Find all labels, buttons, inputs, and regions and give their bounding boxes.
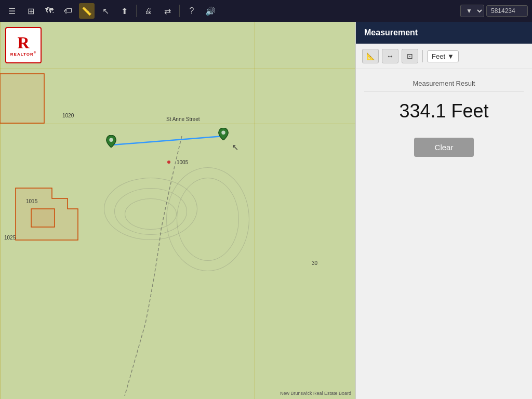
map-icon[interactable]: 🗺	[42, 3, 57, 19]
cursor-icon[interactable]: ↖	[98, 3, 113, 19]
tag-icon[interactable]: 🏷	[60, 3, 76, 19]
help-icon[interactable]: ?	[184, 3, 200, 19]
toolbar-separator-2	[179, 5, 180, 17]
search-input[interactable]	[486, 5, 528, 17]
unit-selector[interactable]: Feet ▼	[427, 50, 459, 62]
map-area[interactable]: 30 St Anne Street 1020 1005 1015 1025 ↖ …	[0, 22, 355, 399]
pin-marker-start	[106, 135, 116, 148]
area-measure-button[interactable]: 📐	[362, 49, 379, 63]
unit-label: Feet	[432, 52, 445, 60]
toolbar-separator-1	[136, 5, 137, 17]
coordinate-button[interactable]: ⊡	[402, 49, 418, 63]
toolbar-dropdown[interactable]: ▼	[460, 5, 484, 17]
grid-line-h2	[0, 69, 355, 69]
distance-measure-button[interactable]: ↔	[382, 49, 398, 63]
unit-dropdown-arrow: ▼	[447, 52, 454, 60]
panel-body: Measurement Result 334.1 Feet Clear	[356, 69, 532, 399]
layers-icon[interactable]: ☰	[4, 3, 20, 19]
realtor-brand-text: REALTOR®	[10, 51, 36, 57]
panel-toolbar-separator	[422, 50, 423, 62]
svg-line-0	[112, 136, 223, 145]
map-label-1015: 1015	[26, 198, 37, 204]
panel-toolbar: 📐 ↔ ⊡ Feet ▼	[356, 44, 532, 69]
street-name-label: St Anne Street	[166, 116, 200, 122]
map-attribution: New Brunswick Real Estate Board	[280, 391, 351, 396]
measurement-panel: Measurement 📐 ↔ ⊡ Feet ▼ Measurement Res…	[355, 22, 532, 399]
map-label-1005: 1005	[177, 159, 188, 165]
realtor-r-letter: R	[17, 34, 29, 51]
svg-rect-1	[0, 74, 44, 123]
map-label-1020: 1020	[62, 113, 74, 118]
clear-button[interactable]: Clear	[414, 138, 474, 157]
main-content: 30 St Anne Street 1020 1005 1015 1025 ↖ …	[0, 22, 532, 399]
svg-point-3	[167, 161, 170, 164]
stack-icon[interactable]: ⊞	[23, 3, 38, 19]
svg-text:30: 30	[312, 260, 318, 266]
cursor-indicator: ↖	[232, 142, 238, 152]
svg-point-6	[221, 131, 225, 135]
map-label-1025: 1025	[4, 235, 16, 241]
realtor-logo: R REALTOR®	[5, 27, 42, 63]
result-label: Measurement Result	[364, 79, 524, 92]
result-value: 334.1 Feet	[364, 100, 524, 122]
grid-line-h1	[0, 124, 355, 124]
grid-line-v1	[255, 22, 255, 399]
audio-icon[interactable]: 🔊	[203, 3, 218, 19]
ruler-icon[interactable]: 📏	[79, 3, 95, 19]
grid-line-v2	[0, 22, 1, 399]
pin-marker-end	[218, 128, 229, 140]
toolbar-search: ▼	[460, 5, 528, 17]
share-icon[interactable]: ⇄	[159, 3, 175, 19]
panel-title: Measurement	[356, 22, 532, 44]
svg-point-5	[109, 138, 113, 142]
upload-icon[interactable]: ⬆	[116, 3, 132, 19]
main-toolbar: ☰ ⊞ 🗺 🏷 📏 ↖ ⬆ 🖨 ⇄ ? 🔊 ▼	[0, 0, 532, 22]
print-icon[interactable]: 🖨	[141, 3, 156, 19]
svg-rect-2	[31, 209, 55, 227]
topo-contour-5	[177, 178, 239, 261]
